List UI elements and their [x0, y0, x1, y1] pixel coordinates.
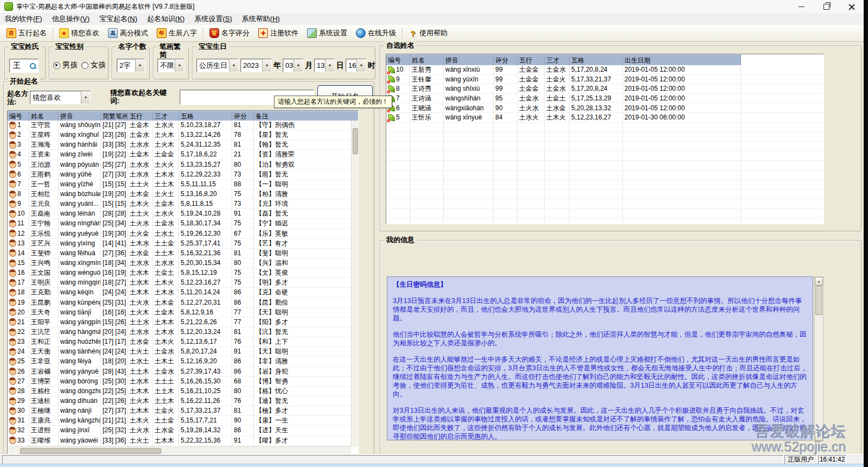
scroll-down-icon[interactable] — [815, 432, 823, 441]
column-header[interactable]: 拼音 — [59, 111, 101, 121]
result-table-row[interactable]: 21王阳平wáng yángpíng[15] [26]土土水土木木5,21,22… — [8, 318, 352, 327]
result-table-row[interactable]: 10王磊南wáng léinán[28] [28]土土火土水火5,19,24,1… — [8, 209, 352, 219]
selected-name-row[interactable]: 6王晓涵wángxiǎohán90土火水土水金5,20,28,13,322019… — [386, 103, 824, 113]
column-header[interactable]: 五行 — [128, 111, 153, 121]
result-table-row[interactable]: 12王乐悦wáng yuèyuè[19] [30]土火金土水土5,19,26,1… — [8, 229, 352, 239]
result-table-row[interactable]: 14王斐铧wáng fěihuá[27] [36]土水金土土木5,16,32,2… — [8, 249, 352, 258]
column-header[interactable]: 五格 — [179, 111, 232, 121]
toolbar-button-birth-bazi[interactable]: 生辰八字 — [152, 26, 201, 40]
result-table-row[interactable]: 28王栋柱wáng dòngzhù[22] [25]土木木土土木5,16,21,… — [8, 387, 352, 396]
column-header[interactable]: 五行 — [518, 54, 545, 65]
toolbar-button-system-settings[interactable]: 系统设置 — [303, 26, 352, 40]
column-header[interactable]: 三才 — [153, 111, 179, 121]
column-header[interactable]: 三才 — [545, 54, 570, 65]
result-table-row[interactable]: 8王柏壮wáng bòzhuàng[19] [20]土木金土火土5,13,16,… — [8, 190, 352, 199]
result-table-row[interactable]: 4王资未wáng zīwèi[19] [22]土金木土金金5,17,18,6,2… — [8, 150, 352, 160]
result-table-row[interactable]: 13王艺兴wáng yìxìng[14] [41]土木水土土金5,25,37,1… — [8, 239, 352, 249]
name-count-select[interactable]: 2字 — [117, 59, 145, 72]
toolbar-button-name-score[interactable]: 名字评分 — [205, 26, 254, 40]
selected-name-row[interactable]: 10王新秀wáng xīnxiù99土金金土金水5,17,20,8,242019… — [386, 65, 824, 75]
toolbar-button-guess-you-like[interactable]: 猜您喜欢 — [55, 26, 104, 40]
menu-item-f[interactable]: 我的软件(F) — [0, 13, 47, 25]
year-select[interactable]: 2023 — [240, 59, 272, 72]
method-select[interactable]: 猜您喜欢 — [30, 91, 91, 104]
gender-radio-boy[interactable]: 男孩 — [53, 60, 77, 70]
dropdown-arrow-icon[interactable] — [262, 59, 271, 72]
selected-name-row[interactable]: 9王钰馨wáng yùxīn99土金金土金火5,17,33,21,372019-… — [386, 75, 824, 85]
result-table-row[interactable]: 24王天衡wáng tiānhéng[24] [24]土火土土金水5,8,20,… — [8, 347, 352, 357]
day-select[interactable]: 13 — [314, 59, 335, 72]
toolbar-button-register-software[interactable]: 注册软件 — [254, 26, 303, 40]
hour-select[interactable]: 16 — [346, 59, 366, 72]
result-table-row[interactable]: 6王雨鹤wáng yǔhè[27] [33]土水水土木水5,12,29,22,3… — [8, 170, 352, 180]
result-table-row[interactable]: 25王非亚wáng fēiyà[18] [20]土水土土木土5,12,16,9,… — [8, 357, 352, 367]
column-header[interactable]: 拼音 — [444, 54, 494, 65]
scrollbar-thumb[interactable] — [815, 286, 822, 315]
result-table-row[interactable]: 16王文国wáng wénguó[16] [19]土水木土金土5,8,15,12… — [8, 268, 352, 278]
result-table-row[interactable]: 20王天奇wáng tiānjī[16] [16]土火木土金木5,8,12,9,… — [8, 308, 352, 318]
toolbar-button-high-score-mode[interactable]: 高分模式 — [104, 26, 152, 40]
result-table-row[interactable]: 3王瀚海wáng hànhǎi[33] [35]土水水土火木5,24,31,12… — [8, 140, 352, 150]
result-table-row[interactable]: 31王康兆wáng kāngzhào[21] [21]土木火土土金5,15,17… — [8, 416, 352, 426]
restore-button[interactable] — [814, 0, 839, 13]
result-table-row[interactable]: 32王进熙wáng jìnxī[25] [32]土火水土水金5,19,28,14… — [8, 426, 352, 436]
dropdown-arrow-icon[interactable] — [135, 59, 144, 72]
result-table-row[interactable]: 5王泊源wáng pōyuán[25] [27]土水水土火火5,13,23,15… — [8, 160, 352, 170]
column-header[interactable]: 编号 — [8, 111, 29, 121]
dropdown-arrow-icon[interactable] — [293, 59, 303, 72]
result-table-vscrollbar[interactable] — [351, 121, 358, 447]
result-table-row[interactable]: 18王克勤wáng kèqín[24] [24]土木木土木水5,11,20,14… — [8, 288, 352, 298]
gender-radio-girl[interactable]: 女孩 — [81, 60, 105, 70]
result-table-row[interactable]: 29王迪桓wáng díhuán[22] [26]土火木土土木5,16,22,1… — [8, 396, 352, 406]
dropdown-arrow-icon[interactable] — [81, 91, 90, 104]
dropdown-arrow-icon[interactable] — [325, 59, 334, 72]
column-header[interactable]: 五格 — [570, 54, 623, 65]
result-table-row[interactable]: 26王岩樾wáng yányuè[28] [43]土土木土金水5,27,39,1… — [8, 367, 352, 377]
menu-item-k[interactable]: 起名知识(K) — [142, 13, 189, 25]
column-header[interactable]: 出生日期 — [623, 54, 741, 65]
result-table-row[interactable]: 22王沆茫wáng hàngmáng[20] [24]土水水土木水5,12,20… — [8, 327, 352, 337]
menu-item-h[interactable]: 系统帮助(H) — [237, 13, 285, 25]
result-table-row[interactable]: 9王元良wáng yuánl...[15] [15]土木火土金木5,8,11,8… — [8, 199, 352, 209]
result-table-row[interactable]: 2王星晖wáng xīnghuī[23] [26]土金水土火木5,13,22,1… — [8, 130, 352, 140]
scrollbar-thumb[interactable] — [353, 128, 358, 154]
month-select[interactable]: 03 — [283, 59, 303, 72]
menu-item-v[interactable]: 信息操作(V) — [47, 13, 94, 25]
column-header[interactable]: 姓名 — [29, 111, 59, 121]
scrollbar-thumb[interactable] — [20, 448, 161, 454]
result-table-row[interactable]: 19王昆鹏wáng kūnpéng[25] [31]土火水土木金5,12,27,… — [8, 298, 352, 308]
minimize-button[interactable] — [789, 0, 814, 13]
menu-item-n[interactable]: 宝宝起名(N) — [94, 13, 142, 25]
result-table-row[interactable]: 1王守营wáng shǒuyíng[21] [27]土金木土水火5,10,23,… — [8, 121, 352, 130]
column-header[interactable]: 评分 — [494, 54, 518, 65]
surname-input[interactable]: 王 — [9, 59, 39, 73]
result-table-row[interactable]: 17王明庆wáng míngqìng[18] [27]土水木土木火5,12,23… — [8, 278, 352, 288]
result-table-row[interactable]: 30王楠继wáng nánjì[27] [37]土木木土金火5,17,33,21… — [8, 406, 352, 416]
result-table-row[interactable]: 27王博荣wáng bóróng[25] [30]土水木土土土5,16,26,1… — [8, 377, 352, 387]
result-table-row[interactable]: 7王一哲wáng yīzhé[15] [15]土土火土土木5,5,11,11,1… — [8, 180, 352, 190]
toolbar-button-online-upgrade[interactable]: 在线升级 — [352, 26, 400, 40]
result-table-row[interactable]: 23王和正wáng huòzhēng[17] [17]土水金土木火5,12,13… — [8, 337, 352, 347]
dropdown-arrow-icon[interactable] — [356, 59, 366, 72]
menu-item-s[interactable]: 系统设置(S) — [189, 13, 237, 25]
info-scrollbar[interactable] — [814, 276, 824, 441]
column-header[interactable]: 编号 — [386, 54, 410, 65]
column-header[interactable]: 姓名 — [410, 54, 444, 65]
selected-name-row[interactable]: 5王忻乐wáng xīnyuè84土水火土木火5,12,23,16,272019… — [386, 113, 824, 123]
column-header[interactable]: 评分 — [232, 111, 254, 121]
result-table-hscrollbar[interactable] — [8, 446, 351, 454]
scroll-up-icon[interactable] — [815, 277, 823, 286]
calendar-type-select[interactable]: 公历生日 — [196, 59, 239, 72]
result-table-row[interactable]: 33王曜维wáng yàowéi[33] [36]土火土土木木5,22,32,1… — [8, 436, 352, 446]
selected-name-row[interactable]: 8王诗秀wáng shīxiù99土金金土金水5,17,20,8,242019-… — [386, 84, 824, 94]
toolbar-button-help[interactable]: 使用帮助 — [404, 26, 452, 40]
result-table-row[interactable]: 15王兴鸣wáng xìngmíng[18] [34]土水水土水水5,20,30… — [8, 258, 352, 268]
result-table-row[interactable]: 11王宁翰wáng nìnghàn[25] [34]土火水土金水5,18,30,… — [8, 219, 352, 229]
column-header[interactable]: 简繁笔画 — [101, 111, 128, 121]
dropdown-arrow-icon[interactable] — [229, 59, 238, 72]
column-header[interactable]: 备注 — [254, 111, 358, 121]
strokes-select[interactable]: 不限 — [157, 59, 184, 72]
selected-name-row[interactable]: 7王诗涵wángshīhán95土金水土金土5,17,25,13,292019-… — [386, 94, 824, 104]
search-icon[interactable] — [29, 62, 36, 70]
close-button[interactable] — [839, 0, 864, 13]
